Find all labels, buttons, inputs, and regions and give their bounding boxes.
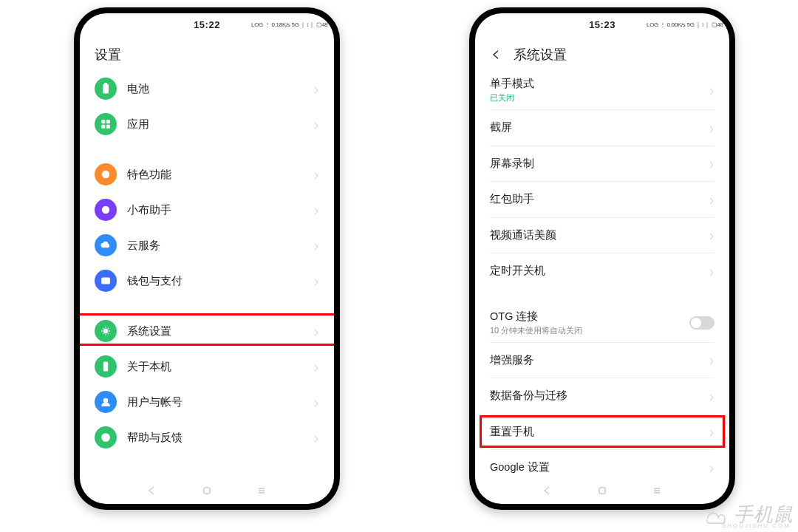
chevron-right-icon [313, 205, 319, 214]
about-icon [95, 355, 117, 378]
settings-row-help[interactable]: 帮助与反馈 [80, 420, 334, 455]
svg-rect-5 [106, 125, 109, 128]
row-subtitle: 10 分钟未使用将自动关闭 [490, 325, 689, 336]
nav-home-icon[interactable] [596, 485, 608, 497]
settings-row-screenshot[interactable]: 截屏 [475, 110, 729, 146]
svg-rect-1 [105, 83, 107, 84]
nav-recent-icon[interactable] [651, 485, 663, 497]
row-label: 增强服务 [490, 353, 709, 367]
chevron-right-icon [709, 231, 715, 239]
row-text: 屏幕录制 [490, 157, 709, 171]
settings-row-redpacket[interactable]: 红包助手 [475, 182, 729, 217]
help-icon [95, 426, 117, 449]
settings-row-battery[interactable]: 电池 [80, 71, 334, 106]
row-label: 重置手机 [490, 425, 709, 439]
settings-row-system[interactable]: 系统设置 [80, 313, 334, 349]
svg-rect-2 [102, 120, 105, 123]
row-label: 红包助手 [490, 192, 709, 206]
page-header: 设置 [80, 35, 334, 71]
row-label: 视频通话美颜 [490, 228, 709, 242]
row-label: 截屏 [490, 120, 709, 134]
settings-row-enhance[interactable]: 增强服务 [475, 342, 729, 378]
chevron-right-icon [709, 392, 715, 400]
row-text: 单手模式已关闭 [490, 77, 709, 103]
svg-rect-15 [204, 488, 210, 494]
page-header: 系统设置 [475, 35, 729, 71]
settings-row-features[interactable]: 特色功能 [80, 157, 334, 192]
row-label: 单手模式 [490, 77, 709, 91]
row-text: 重置手机 [490, 425, 709, 439]
chevron-right-icon [313, 120, 319, 129]
battery-icon [95, 78, 117, 100]
nav-back-icon[interactable] [146, 485, 158, 497]
nav-back-icon[interactable] [542, 485, 553, 497]
settings-row-schedule[interactable]: 定时开关机 [475, 253, 729, 289]
svg-point-7 [105, 174, 107, 176]
settings-row-beauty[interactable]: 视频通话美颜 [475, 217, 729, 253]
chevron-right-icon [709, 195, 715, 204]
svg-rect-0 [103, 84, 109, 93]
row-label: 关于本机 [127, 360, 313, 374]
row-label: 电池 [127, 82, 313, 96]
chevron-right-icon [313, 241, 319, 250]
apps-icon [95, 113, 117, 135]
chevron-right-icon [313, 398, 319, 406]
chevron-right-icon [313, 84, 319, 93]
row-label: 云服务 [127, 239, 313, 253]
row-label: 钱包与支付 [127, 274, 313, 288]
back-button[interactable] [490, 48, 503, 61]
chevron-right-icon [313, 433, 319, 442]
status-time: 15:22 [163, 19, 251, 30]
settings-row-cloud[interactable]: 云服务 [80, 228, 334, 263]
settings-row-about[interactable]: 关于本机 [80, 349, 334, 384]
row-text: 定时开关机 [490, 264, 709, 278]
settings-row-record[interactable]: 屏幕录制 [475, 146, 729, 181]
status-bar: 15:23 LOG ⋮ 0.00K/s 5G ｜↕｜ ▢48 [475, 13, 729, 35]
account-icon [95, 391, 117, 413]
row-label: 帮助与反馈 [127, 431, 313, 445]
settings-row-wallet[interactable]: 钱包与支付 [80, 263, 334, 299]
nav-recent-icon[interactable] [256, 485, 267, 497]
phone-left: 15:22 LOG ⋮ 0.18K/s 5G ｜↕｜ ▢48 设置 电池应用特色… [74, 7, 340, 510]
chevron-right-icon [709, 463, 715, 472]
status-indicators: LOG ⋮ 0.00K/s 5G ｜↕｜ ▢48 [647, 21, 713, 29]
svg-rect-16 [599, 488, 605, 494]
svg-point-13 [103, 398, 107, 402]
system-settings-list: 单手模式已关闭截屏屏幕录制红包助手视频通话美颜定时开关机OTG 连接10 分钟未… [475, 71, 729, 477]
settings-row-account[interactable]: 用户与帐号 [80, 384, 334, 420]
settings-row-breeno[interactable]: 小布助手 [80, 192, 334, 228]
status-indicators: LOG ⋮ 0.18K/s 5G ｜↕｜ ▢48 [251, 21, 318, 29]
chevron-right-icon [709, 86, 715, 95]
row-label: 小布助手 [127, 203, 313, 217]
toggle-otg[interactable] [689, 316, 715, 330]
row-label: 特色功能 [127, 168, 313, 182]
row-text: Google 设置 [490, 460, 709, 474]
svg-point-17 [712, 511, 715, 514]
settings-row-backup[interactable]: 数据备份与迁移 [475, 378, 729, 414]
settings-row-otg[interactable]: OTG 连接10 分钟未使用将自动关闭 [475, 304, 729, 342]
settings-list: 电池应用特色功能小布助手云服务钱包与支付系统设置关于本机用户与帐号帮助与反馈 [80, 71, 334, 477]
watermark: 手机鼠 SHOUJISHU.COM [703, 502, 794, 528]
settings-row-onehand[interactable]: 单手模式已关闭 [475, 71, 729, 109]
row-text: 增强服务 [490, 353, 709, 367]
settings-row-google[interactable]: Google 设置 [475, 450, 729, 478]
svg-rect-4 [102, 125, 105, 128]
row-text: 视频通话美颜 [490, 228, 709, 242]
settings-row-reset[interactable]: 重置手机 [475, 414, 729, 449]
row-label: 定时开关机 [490, 264, 709, 278]
row-label: 数据备份与迁移 [490, 389, 709, 403]
chevron-right-icon [313, 362, 319, 371]
row-text: OTG 连接10 分钟未使用将自动关闭 [490, 310, 689, 336]
nav-bar [80, 477, 334, 504]
breeno-icon [95, 199, 117, 221]
status-bar: 15:22 LOG ⋮ 0.18K/s 5G ｜↕｜ ▢48 [80, 13, 334, 35]
nav-home-icon[interactable] [201, 485, 213, 497]
cloud-icon [95, 234, 117, 256]
chevron-right-icon [313, 170, 319, 179]
phone-right: 15:23 LOG ⋮ 0.00K/s 5G ｜↕｜ ▢48 系统设置 单手模式… [469, 7, 735, 510]
settings-row-apps[interactable]: 应用 [80, 106, 334, 142]
chevron-right-icon [709, 159, 715, 168]
chevron-right-icon [709, 427, 715, 436]
chevron-right-icon [709, 355, 715, 364]
svg-point-11 [103, 329, 107, 332]
